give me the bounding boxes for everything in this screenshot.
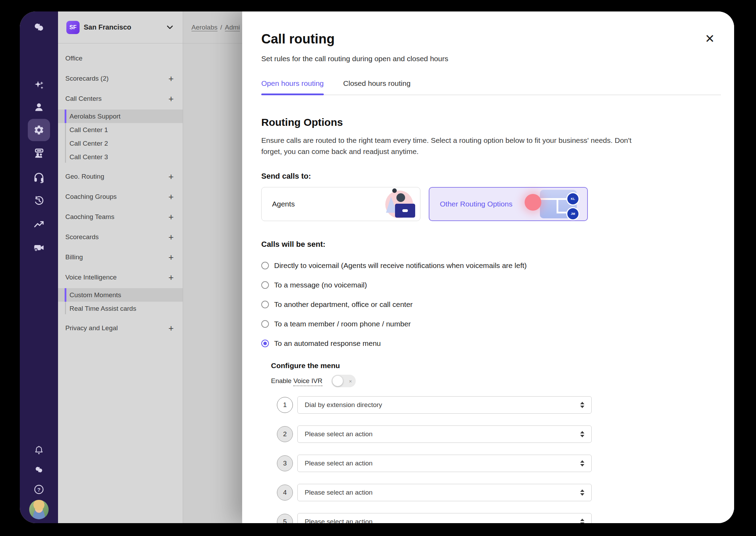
sidebar-item-scorecards[interactable]: Scorecards +: [58, 227, 183, 247]
agents-card-label: Agents: [272, 200, 295, 208]
radio-team-member[interactable]: To a team member / room phone / number: [261, 314, 734, 334]
radio-icon[interactable]: [261, 301, 269, 308]
send-calls-cards: Agents Other Routing Options KL: [261, 187, 734, 221]
sidebar-subitem-call-center-2[interactable]: Call Center 2: [58, 137, 183, 150]
enable-voice-ivr-row: Enable Voice IVR ×: [271, 375, 734, 387]
radio-automated-response-menu[interactable]: To an automated response menu: [261, 334, 734, 353]
routing-badge-jm: JM: [566, 207, 580, 220]
menu-action-select-3[interactable]: Please select an action: [297, 455, 592, 472]
radio-icon[interactable]: [261, 281, 269, 289]
other-routing-options-card[interactable]: Other Routing Options KL JM: [429, 187, 588, 221]
routing-options-heading: Routing Options: [261, 116, 734, 129]
radio-to-a-message[interactable]: To a message (no voicemail): [261, 275, 734, 295]
breadcrumb-link-admin[interactable]: Admi: [225, 24, 240, 31]
sidebar-subitem-aerolabs-support[interactable]: Aerolabs Support: [58, 109, 183, 123]
breadcrumb-separator: /: [220, 24, 222, 31]
sidebar-item-call-centers[interactable]: Call Centers +: [58, 89, 183, 109]
menu-row-3: 3 Please select an action: [277, 455, 734, 472]
add-icon[interactable]: +: [169, 324, 174, 333]
agents-illustration: [383, 188, 416, 220]
menu-action-select-4[interactable]: Please select an action: [297, 484, 592, 501]
routing-tabs: Open hours routing Closed hours routing: [261, 79, 721, 95]
enable-voice-ivr-label: Enable Voice IVR: [271, 377, 322, 385]
call-centers-group: Aerolabs Support Call Center 1 Call Cent…: [58, 109, 183, 164]
sidebar-item-privacy-and-legal[interactable]: Privacy and Legal +: [58, 318, 183, 338]
radio-icon[interactable]: [261, 262, 269, 269]
sidebar-item-billing[interactable]: Billing +: [58, 247, 183, 267]
add-icon[interactable]: +: [169, 212, 174, 221]
settings-icon[interactable]: [28, 119, 50, 141]
menu-key-5: 5: [277, 514, 293, 523]
dialpad-chat-icon[interactable]: [28, 458, 50, 481]
other-routing-illustration: KL JM: [525, 188, 581, 220]
sidebar-subitem-real-time-assist-cards[interactable]: Real Time Assist cards: [58, 302, 183, 315]
sidebar-subitem-call-center-3[interactable]: Call Center 3: [58, 150, 183, 164]
user-avatar[interactable]: [28, 498, 50, 521]
menu-key-2: 2: [277, 426, 293, 442]
sidebar-item-coaching-groups[interactable]: Coaching Groups +: [58, 187, 183, 207]
toggle-off-icon: ×: [349, 378, 352, 384]
close-icon[interactable]: ✕: [703, 32, 717, 46]
configure-menu-heading: Configure the menu: [271, 362, 734, 370]
menu-action-select-2[interactable]: Please select an action: [297, 425, 592, 443]
radio-directly-to-voicemail[interactable]: Directly to voicemail (Agents will recei…: [261, 256, 734, 275]
voice-intelligence-group: Custom Moments Real Time Assist cards: [58, 288, 183, 315]
contacts-icon[interactable]: [28, 96, 50, 118]
calls-will-be-sent-label: Calls will be sent:: [261, 240, 734, 249]
tab-open-hours-routing[interactable]: Open hours routing: [261, 79, 324, 95]
menu-key-3: 3: [277, 455, 293, 471]
meetings-icon[interactable]: [28, 236, 50, 259]
history-icon[interactable]: [28, 189, 50, 212]
sidebar-item-coaching-teams[interactable]: Caoching Teams +: [58, 207, 183, 227]
toggle-knob: [332, 376, 343, 386]
tab-closed-hours-routing[interactable]: Closed hours routing: [343, 79, 411, 95]
org-name: San Francisco: [84, 23, 167, 31]
select-caret-icon: [580, 519, 584, 523]
other-routing-options-label: Other Routing Options: [440, 200, 512, 208]
sidebar-subitem-call-center-1[interactable]: Call Center 1: [58, 123, 183, 137]
help-icon[interactable]: ?: [28, 478, 50, 501]
add-icon[interactable]: +: [169, 253, 174, 262]
org-badge: SF: [66, 21, 80, 34]
settings-sidebar: SF San Francisco Office Scorecards (2) +…: [58, 11, 183, 523]
routing-options-description: Ensure calls are routed to the right tea…: [261, 135, 643, 157]
menu-key-1: 1: [277, 397, 293, 413]
add-icon[interactable]: +: [169, 172, 174, 181]
ai-sparkle-icon[interactable]: [28, 74, 50, 96]
org-switcher[interactable]: SF San Francisco: [58, 11, 183, 43]
radio-icon[interactable]: [261, 320, 269, 328]
avatar-photo: [29, 500, 49, 519]
menu-row-2: 2 Please select an action: [277, 425, 734, 443]
add-icon[interactable]: +: [169, 233, 174, 242]
add-icon[interactable]: +: [169, 74, 174, 83]
add-icon[interactable]: +: [169, 94, 174, 103]
add-icon[interactable]: +: [169, 273, 174, 282]
dialpad-logo-icon: [28, 16, 50, 38]
svg-text:?: ?: [37, 487, 40, 493]
sidebar-item-office[interactable]: Office: [58, 48, 183, 68]
select-caret-icon: [580, 460, 584, 466]
panel-title: Call routing: [261, 31, 734, 47]
sidebar-item-geo-routing[interactable]: Geo. Routing +: [58, 167, 183, 187]
menu-action-select-1[interactable]: Dial by extension directory: [297, 396, 592, 414]
menu-action-select-5[interactable]: Please select an action: [297, 513, 592, 523]
support-headset-icon[interactable]: [28, 166, 50, 188]
send-calls-label: Send calls to:: [261, 172, 734, 181]
select-caret-icon: [580, 431, 584, 437]
select-caret-icon: [580, 489, 584, 496]
radio-icon-selected[interactable]: [261, 340, 269, 347]
sidebar-item-scorecards-2[interactable]: Scorecards (2) +: [58, 68, 183, 89]
menu-row-4: 4 Please select an action: [277, 484, 734, 501]
select-caret-icon: [580, 402, 584, 408]
add-icon[interactable]: +: [169, 192, 174, 201]
voice-ivr-toggle[interactable]: ×: [331, 375, 356, 387]
menu-key-4: 4: [277, 485, 293, 501]
analytics-icon[interactable]: [28, 213, 50, 235]
agents-card[interactable]: Agents: [261, 187, 420, 221]
radio-another-department[interactable]: To another department, office or call ce…: [261, 295, 734, 314]
coaching-icon[interactable]: [28, 142, 50, 164]
breadcrumb-link-aerolabs[interactable]: Aerolabs: [191, 24, 217, 31]
sidebar-item-voice-intelligence[interactable]: Voice Intelligence +: [58, 267, 183, 287]
sidebar-subitem-custom-moments[interactable]: Custom Moments: [58, 288, 183, 302]
chevron-down-icon: [167, 25, 173, 29]
